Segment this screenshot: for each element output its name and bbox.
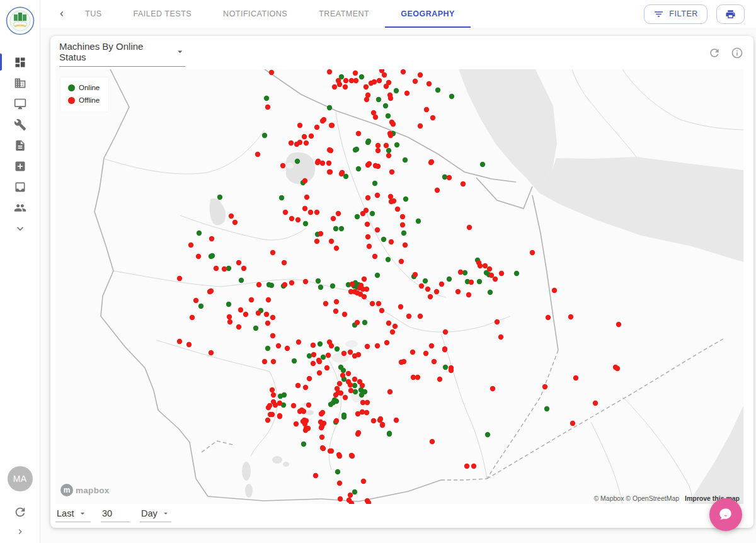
tab-notifications[interactable]: NOTIFICATIONS [207, 0, 303, 28]
offline-dot [68, 97, 75, 104]
sidebar-nav [0, 52, 40, 239]
filter-button-label: FILTER [669, 9, 698, 18]
refresh-icon[interactable] [13, 505, 27, 519]
sidebar-item-maintenance[interactable] [0, 114, 40, 135]
refresh-icon[interactable] [708, 47, 721, 59]
last-select[interactable]: Last [55, 507, 91, 522]
topbar-actions: FILTER [644, 0, 745, 28]
info-icon[interactable] [731, 47, 743, 59]
monitor-icon [14, 98, 26, 110]
chevron-left-icon[interactable] [57, 9, 67, 19]
sidebar-item-add-machine[interactable] [0, 156, 40, 176]
sidebar: MA [0, 0, 40, 543]
unit-select[interactable]: Day [140, 507, 171, 522]
app-logo-icon [6, 6, 35, 35]
widget-header: Machines By Online Status [50, 36, 753, 69]
tab-geography[interactable]: GEOGRAPHY [385, 0, 471, 28]
wrench-icon [14, 118, 26, 131]
legend-online-label: Online [79, 84, 100, 91]
avatar[interactable]: MA [8, 466, 33, 491]
building-icon [14, 77, 26, 89]
legend-offline-row: Offline [68, 96, 100, 104]
filter-icon [653, 9, 664, 20]
geography-widget-card: Machines By Online Status [50, 36, 753, 528]
app-logo[interactable] [6, 6, 35, 35]
sidebar-bottom: MA [8, 466, 33, 543]
tab-status[interactable]: TUS [69, 0, 118, 28]
sidebar-item-reports[interactable] [0, 135, 40, 156]
legend-offline-label: Offline [79, 96, 100, 104]
map-base-layer [55, 69, 743, 504]
caret-down-icon [175, 46, 185, 57]
mapbox-logo[interactable]: m mapbox [60, 484, 110, 496]
caret-down-icon [161, 508, 170, 518]
mapbox-logo-text: mapbox [76, 486, 110, 495]
online-dot [68, 84, 75, 91]
topbar: TUS FAILED TESTS NOTIFICATIONS TREATMENT… [40, 0, 756, 28]
people-icon [14, 202, 26, 214]
chat-bubble-icon [718, 506, 734, 523]
sidebar-item-inbox[interactable] [0, 176, 40, 197]
widget-header-icons [708, 47, 743, 59]
print-button[interactable] [716, 4, 745, 24]
document-icon [14, 139, 26, 152]
chat-button[interactable] [709, 498, 742, 531]
chevron-right-icon[interactable] [15, 527, 25, 537]
caret-down-icon [77, 508, 88, 518]
sidebar-item-dashboard[interactable] [0, 52, 40, 72]
unit-select-label: Day [141, 508, 158, 518]
tab-treatment[interactable]: TREATMENT [303, 0, 385, 28]
tab-failed-tests[interactable]: FAILED TESTS [118, 0, 208, 28]
page: MA TUS FAILED TESTS NOTIFICATIONS TREATM… [0, 0, 756, 543]
sidebar-item-more[interactable] [0, 218, 40, 239]
osm-attribution-link[interactable]: © OpenStreetMap [626, 494, 679, 502]
map-canvas[interactable]: Online Offline m mapbox © Mapbox © OpenS… [55, 69, 743, 504]
chevron-down-icon [14, 222, 26, 235]
legend-online-row: Online [68, 84, 100, 91]
mapbox-logo-icon: m [60, 484, 73, 496]
printer-icon [725, 9, 736, 20]
sidebar-item-facilities[interactable] [0, 72, 40, 93]
dashboard-icon [14, 56, 26, 69]
map-legend: Online Offline [60, 77, 108, 111]
sidebar-item-machines[interactable] [0, 93, 40, 114]
widget-title-select[interactable]: Machines By Online Status [59, 38, 185, 67]
inbox-icon [14, 181, 26, 193]
time-range-controls: Last Day [55, 504, 748, 528]
box-plus-icon [14, 160, 26, 173]
range-value-input[interactable] [101, 507, 130, 522]
widget-title: Machines By Online Status [59, 41, 169, 62]
filter-button[interactable]: FILTER [644, 4, 707, 24]
sidebar-item-users[interactable] [0, 197, 40, 218]
tab-bar: TUS FAILED TESTS NOTIFICATIONS TREATMENT… [69, 0, 471, 28]
last-select-label: Last [57, 508, 74, 518]
mapbox-attribution-link[interactable]: © Mapbox [593, 494, 624, 502]
